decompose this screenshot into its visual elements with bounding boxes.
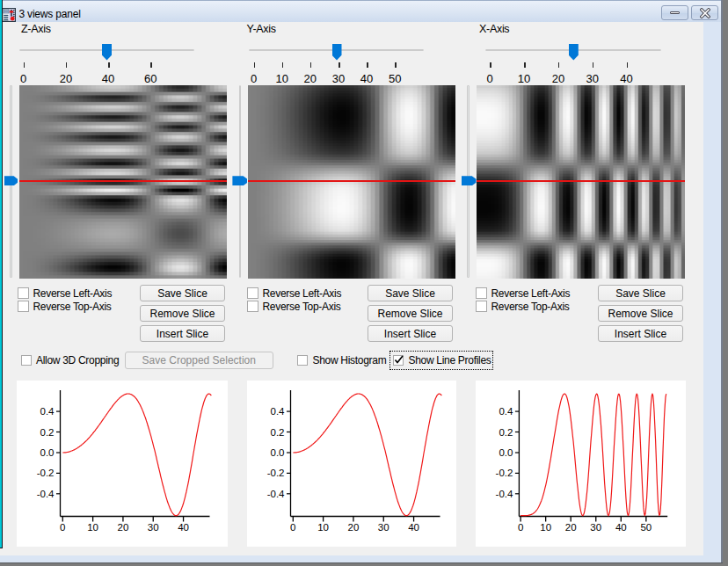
svg-text:0.4: 0.4	[40, 406, 55, 417]
svg-text:0.2: 0.2	[40, 427, 55, 438]
svg-text:-0.2: -0.2	[267, 468, 285, 478]
svg-text:-0.4: -0.4	[267, 489, 285, 499]
svg-text:40: 40	[615, 522, 627, 533]
svg-text:0.4: 0.4	[271, 406, 286, 417]
svg-text:40: 40	[178, 522, 189, 533]
svg-text:10: 10	[317, 522, 329, 533]
svg-text:0.0: 0.0	[499, 447, 513, 458]
svg-text:0: 0	[290, 522, 295, 533]
svg-text:40: 40	[408, 522, 419, 533]
svg-text:20: 20	[348, 522, 360, 533]
svg-text:-0.2: -0.2	[496, 468, 513, 478]
svg-text:30: 30	[148, 522, 159, 533]
svg-text:-0.4: -0.4	[37, 489, 55, 499]
svg-text:10: 10	[87, 522, 98, 533]
svg-text:10: 10	[540, 522, 551, 533]
svg-text:30: 30	[590, 522, 601, 533]
svg-text:0.2: 0.2	[499, 427, 513, 438]
svg-text:0.2: 0.2	[271, 427, 285, 438]
svg-text:0.0: 0.0	[40, 447, 55, 458]
svg-text:50: 50	[640, 522, 652, 533]
svg-text:20: 20	[118, 522, 129, 533]
svg-text:0.4: 0.4	[499, 406, 513, 417]
svg-text:-0.2: -0.2	[37, 468, 55, 478]
svg-text:-0.4: -0.4	[496, 489, 513, 499]
svg-text:30: 30	[378, 522, 389, 533]
svg-text:0.0: 0.0	[271, 447, 285, 458]
svg-text:0: 0	[518, 522, 523, 533]
svg-text:20: 20	[565, 522, 577, 533]
svg-text:0: 0	[60, 522, 65, 533]
